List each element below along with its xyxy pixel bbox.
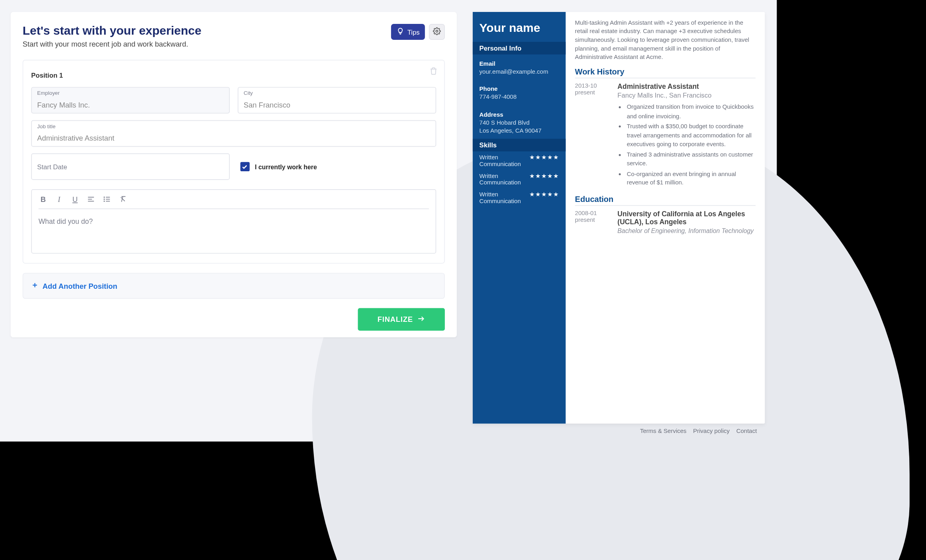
editor-toolbar: B I U <box>32 190 436 209</box>
preview-main: Multi-tasking Admin Assistant with +2 ye… <box>566 12 765 424</box>
email-value: your.email@example.com <box>480 68 559 76</box>
employer-label: Employer <box>37 90 59 96</box>
description-editor: B I U What did you do? <box>31 189 436 254</box>
employer-input[interactable] <box>37 101 223 109</box>
resume-preview: Your name Personal Info Email your.email… <box>473 12 765 424</box>
italic-button[interactable]: I <box>55 195 64 203</box>
skills-header: Skills <box>473 139 566 151</box>
finalize-label: FINALIZE <box>378 315 413 323</box>
phone-value: 774-987-4008 <box>480 93 559 101</box>
education-school: University of California at Los Angeles … <box>617 210 756 225</box>
svg-point-6 <box>104 199 105 200</box>
check-icon <box>242 164 248 170</box>
page-subtitle: Start with your most recent job and work… <box>23 40 445 48</box>
contact-email-block: Email your.email@example.com <box>473 55 566 80</box>
skill-stars: ★★★★★ <box>529 191 559 204</box>
city-label: City <box>244 90 253 96</box>
svg-point-8 <box>104 201 105 202</box>
skill-name: Written Communication <box>480 154 526 167</box>
preview-name: Your name <box>473 12 566 42</box>
privacy-link[interactable]: Privacy policy <box>693 428 730 435</box>
preview-summary: Multi-tasking Admin Assistant with +2 ye… <box>575 19 756 62</box>
align-button[interactable] <box>86 195 96 203</box>
svg-point-0 <box>436 30 438 32</box>
work-bullet: Trained 3 administrative assistants on c… <box>627 151 756 168</box>
personal-info-header: Personal Info <box>473 42 566 55</box>
trash-icon <box>430 67 438 75</box>
footer-links: Terms & Services Privacy policy Contact <box>640 428 757 435</box>
skill-row: Written Communication ★★★★★ <box>473 170 566 189</box>
contact-address-block: Address 740 S Hobard Blvd Los Angeles, C… <box>473 105 566 139</box>
position-label: Position 1 <box>31 72 63 79</box>
startdate-field[interactable]: Start Date <box>31 153 229 180</box>
work-history-header: Work History <box>575 67 756 78</box>
address-label: Address <box>480 111 559 119</box>
jobtitle-input[interactable] <box>37 134 430 142</box>
work-entry: 2013-10 present Administrative Assistant… <box>575 82 756 189</box>
city-field[interactable]: City <box>238 87 436 114</box>
editor-placeholder: What did you do? <box>39 217 93 225</box>
employer-field[interactable]: Employer <box>31 87 229 114</box>
startdate-input[interactable] <box>37 167 223 175</box>
address-line2: Los Angeles, CA 90047 <box>480 127 559 135</box>
skill-row: Written Communication ★★★★★ <box>473 151 566 170</box>
bold-button[interactable]: B <box>39 195 48 203</box>
underline-button[interactable]: U <box>70 195 80 203</box>
city-input[interactable] <box>244 101 430 109</box>
education-dates: 2008-01 present <box>575 210 610 234</box>
work-role: Administrative Assistant <box>617 82 756 90</box>
work-bullet: Co-organized an event bringing in annual… <box>627 170 756 188</box>
work-bullet: Organized transition from invoice to Qui… <box>627 103 756 121</box>
plus-icon <box>31 282 38 290</box>
education-degree: Bachelor of Engineering, Information Tec… <box>617 227 756 234</box>
skill-stars: ★★★★★ <box>529 172 559 186</box>
currently-work-checkbox[interactable] <box>240 162 249 171</box>
add-position-label: Add Another Position <box>43 282 117 290</box>
finalize-button[interactable]: FINALIZE <box>358 308 445 331</box>
skill-name: Written Communication <box>480 191 526 204</box>
preview-sidebar: Your name Personal Info Email your.email… <box>473 12 566 424</box>
settings-button[interactable] <box>429 24 445 40</box>
skill-name: Written Communication <box>480 172 526 186</box>
editor-textarea[interactable]: What did you do? <box>32 209 436 253</box>
skill-stars: ★★★★★ <box>529 154 559 167</box>
tips-button[interactable]: Tips <box>392 24 425 40</box>
page-title: Let's start with your experience <box>23 24 445 38</box>
jobtitle-label: Job title <box>37 123 55 129</box>
add-position-button[interactable]: Add Another Position <box>23 273 445 299</box>
svg-point-4 <box>104 197 105 198</box>
email-label: Email <box>480 60 559 68</box>
education-header: Education <box>575 194 756 206</box>
contact-link[interactable]: Contact <box>736 428 757 435</box>
gear-icon <box>433 27 441 37</box>
arrow-right-icon <box>417 315 425 324</box>
work-bullets: Organized transition from invoice to Qui… <box>617 103 756 188</box>
lightbulb-icon <box>397 27 405 36</box>
experience-form-panel: Tips Let's start with your experience St… <box>11 12 457 337</box>
bullet-list-button[interactable] <box>102 195 112 203</box>
address-line1: 740 S Hobard Blvd <box>480 119 559 127</box>
jobtitle-field[interactable]: Job title <box>31 120 436 147</box>
currently-work-label: I currently work here <box>255 163 317 170</box>
work-org: Fancy Malls Inc., San Francisco <box>617 92 756 99</box>
delete-position-button[interactable] <box>430 66 438 78</box>
tips-label: Tips <box>407 28 420 35</box>
position-card: Position 1 Employer City Job title <box>23 60 445 264</box>
work-dates: 2013-10 present <box>575 82 610 189</box>
terms-link[interactable]: Terms & Services <box>640 428 687 435</box>
education-entry: 2008-01 present University of California… <box>575 210 756 234</box>
work-bullet: Trusted with a $350,00 budget to coordin… <box>627 122 756 149</box>
phone-label: Phone <box>480 85 559 93</box>
clear-format-button[interactable] <box>118 195 127 203</box>
contact-phone-block: Phone 774-987-4008 <box>473 80 566 106</box>
skill-row: Written Communication ★★★★★ <box>473 188 566 207</box>
